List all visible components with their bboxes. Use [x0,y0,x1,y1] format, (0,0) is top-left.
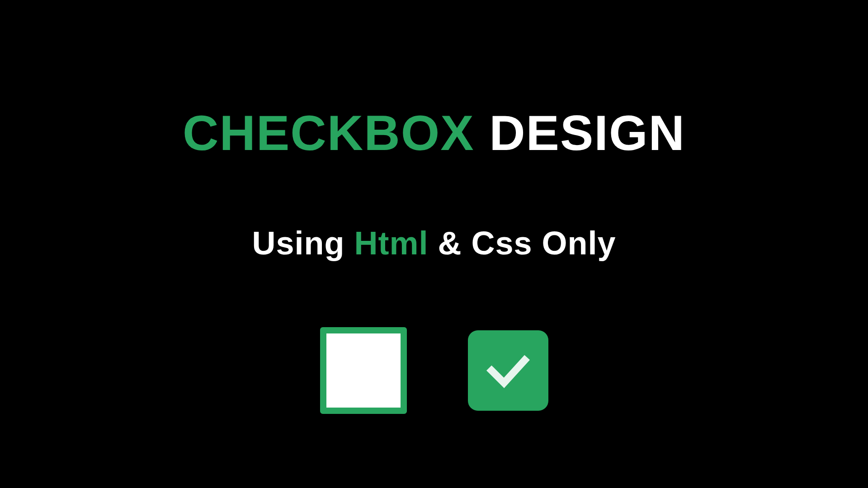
subtitle-part-3: & Css Only [428,225,616,261]
page-title: CHECKBOX DESIGN [183,104,685,161]
subtitle: Using Html & Css Only [252,225,616,262]
checkmark-icon [483,346,533,395]
subtitle-part-1: Using [252,225,354,261]
title-word-1: CHECKBOX [183,105,475,160]
checkbox-unchecked[interactable] [320,327,407,414]
checkbox-demo-row [320,327,548,414]
checkbox-checked[interactable] [468,330,548,411]
title-word-2: DESIGN [489,105,685,160]
subtitle-part-2: Html [354,225,428,261]
